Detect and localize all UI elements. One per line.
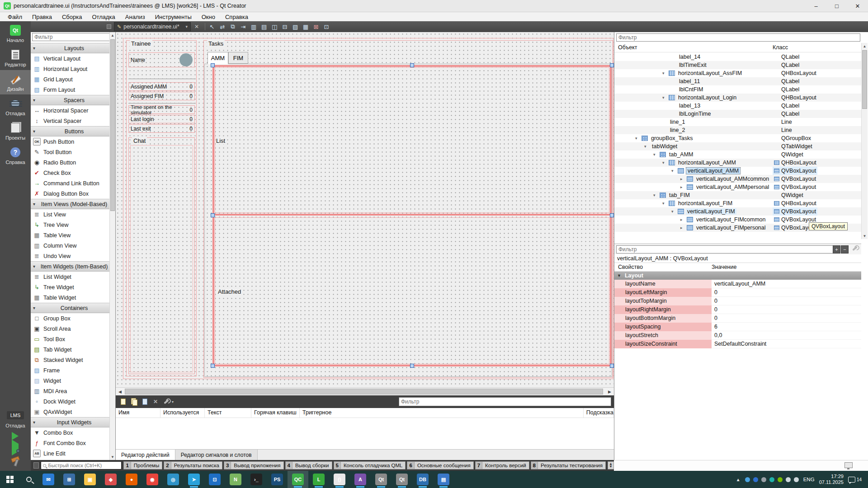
minimize-button[interactable]: –	[806, 0, 826, 12]
property-row[interactable]: layoutRightMargin 0	[614, 305, 861, 314]
object-tree-row[interactable]: ▸ verticalLayout_AMMpersonal QVBoxLayout	[614, 183, 861, 191]
assigned-fim-row[interactable]: Assigned FIM0	[128, 92, 195, 100]
mode-editor[interactable]: Редактор	[0, 46, 31, 70]
selection-handle[interactable]	[211, 63, 215, 67]
output-pane-button[interactable]: 6 Основные сообщения	[407, 461, 473, 469]
property-value[interactable]: 0	[712, 288, 861, 297]
mode-design[interactable]: Дизайн	[0, 70, 31, 94]
property-row[interactable]: layoutStretch 0,0	[614, 331, 861, 340]
object-tree-row[interactable]: ▾ tabWidget QTabWidget	[614, 142, 861, 150]
widget-box-row[interactable]: ▾ Item Views (Model-Based)	[31, 199, 110, 209]
delete-action-button[interactable]: ✕	[151, 397, 160, 406]
trainee-name-row[interactable]: Name	[128, 52, 195, 67]
widget-box-row[interactable]: ƒ Font Combo Box	[31, 438, 110, 448]
widget-box-row[interactable]: AB Line Edit	[31, 448, 110, 459]
action-column-header[interactable]: Используется	[160, 408, 205, 418]
object-tree-row[interactable]: ▾ verticalLayout_AMM QVBoxLayout	[614, 167, 861, 175]
adjust-size-tool[interactable]: ⊡	[322, 22, 331, 31]
copy-action-button[interactable]	[129, 397, 138, 406]
widget-box-row[interactable]: ↳ Tree Widget	[31, 282, 110, 292]
output-pane-button[interactable]: 5 Консоль отладчика QML	[334, 461, 406, 469]
tree-chevron-icon[interactable]: ▾	[653, 152, 660, 157]
close-button[interactable]: ✕	[847, 0, 868, 12]
widget-box-row[interactable]: ▦ Table Widget	[31, 292, 110, 303]
widget-box-row[interactable]: ◉ Radio Button	[31, 157, 110, 168]
form-editor-canvas[interactable]: Trainee Name Assigned AMM0 Assigned FIM0…	[116, 32, 614, 387]
widget-box-row[interactable]: □ Group Box	[31, 313, 110, 324]
scrollbar-thumb[interactable]	[125, 389, 603, 394]
selection-handle[interactable]	[610, 63, 614, 67]
new-action-button[interactable]	[118, 397, 127, 406]
tree-chevron-icon[interactable]: ▾	[644, 144, 651, 149]
taskbar-app-qtcreator[interactable]: QC	[288, 471, 308, 488]
tree-chevron-icon[interactable]: ▸	[680, 225, 687, 230]
widget-box-row[interactable]: ✗ Dialog Button Box	[31, 188, 110, 199]
taskbar-app-edge[interactable]: ◎	[163, 471, 184, 488]
taskbar-app-chrome[interactable]: ◉	[142, 471, 163, 488]
selection-handle[interactable]	[410, 364, 414, 368]
float-panel-icon[interactable]	[107, 24, 111, 29]
action-settings-button[interactable]	[162, 397, 171, 406]
tray-icon-volume[interactable]	[794, 477, 799, 482]
canvas-horizontal-scrollbar[interactable]: ◀ ▶	[116, 387, 614, 395]
menu-item[interactable]: Инструменты	[151, 13, 196, 21]
object-tree-row[interactable]: label_13 QLabel	[614, 102, 861, 110]
tree-chevron-icon[interactable]: ▾	[662, 95, 669, 100]
time-spent-row[interactable]: Time spent on the simulator0	[128, 105, 195, 114]
taskbar-app-mail[interactable]: ✉	[38, 471, 59, 488]
add-property-button[interactable]: +	[833, 245, 840, 253]
kit-selector-config[interactable]: Отладка	[5, 423, 25, 428]
tray-icon-4[interactable]	[778, 477, 783, 482]
object-column-header[interactable]: Объект	[618, 44, 637, 51]
widget-box-row[interactable]: ▧ Form Layout	[31, 84, 110, 95]
layout-horizontal-tool[interactable]: ▥	[249, 22, 258, 31]
scroll-up-icon[interactable]: ▲	[862, 43, 868, 49]
widget-box-row[interactable]: ▥ MDI Area	[31, 386, 110, 396]
widget-box-row[interactable]: ▨ Frame	[31, 365, 110, 375]
tree-chevron-icon[interactable]: ▾	[671, 209, 678, 214]
widget-box-row[interactable]: ▣ Scroll Area	[31, 324, 110, 334]
edit-widgets-tool[interactable]: ↖	[208, 22, 217, 31]
widget-box-row[interactable]: ✔ Check Box	[31, 168, 110, 178]
object-inspector-filter-input[interactable]	[616, 33, 860, 42]
taskbar-app-terminal[interactable]: ›_	[246, 471, 267, 488]
object-tree-scrollbar[interactable]: ▲ ▼	[861, 43, 868, 239]
tab-fim[interactable]: FIM	[228, 52, 248, 64]
widget-box-row[interactable]: ⧉ Stacked Widget	[31, 355, 110, 365]
widget-box-row[interactable]: ▦ Table View	[31, 230, 110, 240]
layout-section-header[interactable]: ▼ Layout	[614, 272, 861, 280]
object-tree-row[interactable]: lblTimeExit QLabel	[614, 61, 861, 69]
property-filter-input[interactable]	[616, 245, 837, 253]
selection-handle[interactable]	[610, 364, 614, 368]
taskbar-app-calculator[interactable]: ⊞	[59, 471, 80, 488]
last-login-row[interactable]: Last login0	[128, 115, 195, 123]
action-column-header[interactable]: Подсказка	[584, 408, 614, 418]
widget-box-row[interactable]: ≣ List View	[31, 209, 110, 220]
open-document-selector[interactable]: ✎ personalcardtrainee.ui* ▾	[114, 22, 191, 31]
maximize-button[interactable]: □	[826, 0, 847, 12]
mode-projects[interactable]: Проекты	[0, 119, 31, 143]
tab-amm[interactable]: AMM	[208, 52, 228, 64]
object-tree-row[interactable]: ▾ horizontalLayout_Login QHBoxLayout	[614, 94, 861, 102]
object-tree-row[interactable]: ▸ verticalLayout_AMMcommon QVBoxLayout	[614, 175, 861, 183]
property-row[interactable]: layoutBottomMargin 0	[614, 314, 861, 323]
last-exit-row[interactable]: Last exit0	[128, 124, 195, 133]
sidebar-toggle-icon[interactable]	[33, 462, 39, 469]
output-pane-button[interactable]: 3 Вывод приложения	[224, 461, 284, 469]
progress-details-toggle-icon[interactable]	[844, 462, 853, 468]
object-tree-row[interactable]: ▾ groupBox_Tasks QGroupBox	[614, 134, 861, 142]
mode-debug[interactable]: Отладка	[0, 94, 31, 119]
tray-icon-bluetooth[interactable]	[753, 477, 758, 482]
menu-item[interactable]: Отладка	[88, 13, 119, 21]
build-button[interactable]	[10, 455, 21, 466]
widget-box-row[interactable]: ▾ Input Widgets	[31, 417, 110, 427]
output-pane-button[interactable]: 2 Результаты поиска	[164, 461, 222, 469]
action-column-header[interactable]: Горячая клавиш	[251, 408, 300, 418]
tree-chevron-icon[interactable]: ▸	[680, 217, 687, 222]
language-indicator[interactable]: ENG	[803, 477, 815, 482]
scroll-right-icon[interactable]: ▶	[606, 388, 613, 395]
locator-search-input[interactable]	[48, 463, 119, 468]
run-button[interactable]	[12, 432, 19, 440]
chat-group-box[interactable]: Chat	[128, 137, 195, 374]
widget-box-row[interactable]: ▦ Grid Layout	[31, 74, 110, 84]
